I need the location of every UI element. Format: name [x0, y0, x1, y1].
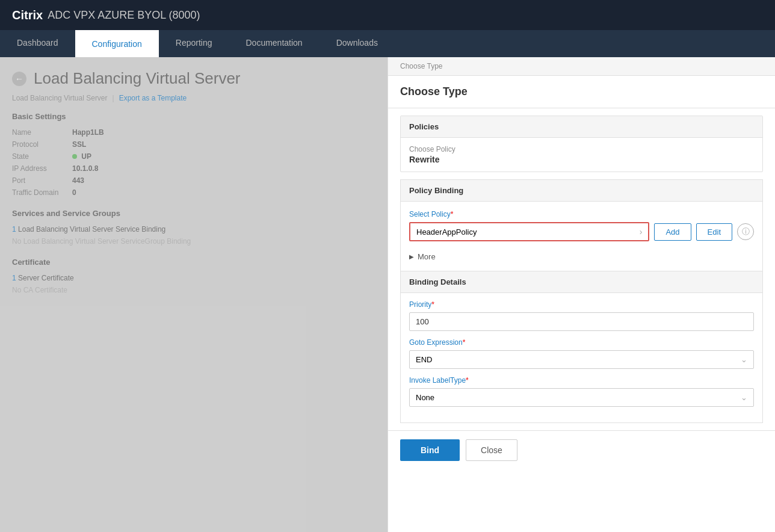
left-panel: ← Load Balancing Virtual Server Load Bal… — [0, 57, 388, 532]
policy-binding-section: Policy Binding Select Policy* HeaderAppP… — [400, 179, 763, 423]
add-button[interactable]: Add — [654, 223, 691, 241]
field-label-ip: IP Address — [12, 164, 72, 173]
invoke-label: Invoke LabelType* — [409, 376, 754, 385]
chevron-right-icon: › — [640, 227, 643, 237]
back-arrow-icon: ← — [12, 72, 26, 86]
goto-select[interactable]: END ⌄ — [409, 350, 754, 369]
basic-settings-section: Basic Settings Name Happ1LB Protocol SSL… — [12, 112, 375, 197]
chevron-down-icon-2: ⌄ — [741, 393, 747, 402]
policy-binding-body: Select Policy* HeaderAppPolicy › Add Edi… — [400, 201, 763, 423]
cert-label-1: Server Certificate — [18, 274, 74, 282]
export-template-link[interactable]: Export as a Template — [119, 94, 187, 102]
select-policy-row: HeaderAppPolicy › Add Edit ⓘ — [409, 222, 754, 241]
priority-input[interactable] — [409, 312, 754, 331]
panel-header: Choose Type — [388, 76, 775, 108]
state-value: UP — [81, 152, 91, 161]
breadcrumb: Load Balancing Virtual Server | Export a… — [12, 94, 375, 102]
triangle-icon: ▶ — [409, 253, 414, 260]
action-bar: Bind Close — [388, 430, 775, 469]
goto-label-text: Goto Expression — [409, 338, 463, 347]
invoke-select[interactable]: None ⌄ — [409, 388, 754, 407]
goto-value: END — [416, 355, 432, 364]
basic-settings-title: Basic Settings — [12, 112, 375, 121]
field-value-state: UP — [72, 152, 91, 161]
cert-title: Certificate — [12, 258, 375, 267]
chevron-down-icon: ⌄ — [741, 355, 747, 364]
priority-label-text: Priority — [409, 300, 431, 309]
server-cert-link[interactable]: 1 Server Certificate — [12, 274, 375, 282]
goto-required: * — [463, 338, 466, 347]
policy-binding-header: Policy Binding — [400, 179, 763, 201]
select-policy-input[interactable]: HeaderAppPolicy › — [409, 222, 649, 241]
field-name: Name Happ1LB — [12, 128, 375, 137]
panel-breadcrumb: Choose Type — [388, 57, 775, 76]
select-policy-required: * — [451, 210, 454, 218]
more-label: More — [418, 252, 436, 261]
field-traffic-domain: Traffic Domain 0 — [12, 188, 375, 197]
top-header: Citrix ADC VPX AZURE BYOL (8000) — [0, 0, 775, 30]
priority-required: * — [431, 300, 434, 309]
ca-cert-count: No — [12, 286, 21, 294]
ca-cert-link[interactable]: No CA Certificate — [12, 286, 375, 294]
select-policy-value: HeaderAppPolicy — [416, 227, 477, 237]
field-label-name: Name — [12, 128, 72, 137]
breadcrumb-parent: Load Balancing Virtual Server — [12, 94, 108, 102]
policies-section-body: Choose Policy Rewrite — [401, 138, 762, 172]
nav-bar: Dashboard Configuration Reporting Docume… — [0, 30, 775, 57]
nav-item-reporting[interactable]: Reporting — [159, 30, 229, 57]
services-section: Services and Service Groups 1 Load Balan… — [12, 209, 375, 246]
field-label-state: State — [12, 152, 72, 161]
bind-button[interactable]: Bind — [400, 439, 460, 461]
right-panel: Choose Type Choose Type Policies Choose … — [388, 57, 775, 532]
cert-section: Certificate 1 Server Certificate No CA C… — [12, 258, 375, 294]
invoke-required: * — [466, 376, 469, 385]
field-value-port: 443 — [72, 176, 84, 185]
field-value-ip: 10.1.0.8 — [72, 164, 98, 173]
panel-title: Choose Type — [400, 85, 763, 98]
field-label-protocol: Protocol — [12, 140, 72, 149]
field-ip: IP Address 10.1.0.8 — [12, 164, 375, 173]
field-port: Port 443 — [12, 176, 375, 185]
priority-label: Priority* — [409, 300, 754, 309]
more-toggle[interactable]: ▶ More — [409, 249, 754, 265]
field-label-port: Port — [12, 176, 72, 185]
invoke-value: None — [416, 393, 434, 402]
field-protocol: Protocol SSL — [12, 140, 375, 149]
service-label-1: Load Balancing Virtual Server Service Bi… — [18, 225, 165, 234]
back-button[interactable]: ← Load Balancing Virtual Server — [12, 69, 375, 88]
binding-details-header: Binding Details — [401, 271, 762, 293]
brand-citrix: Citrix — [12, 8, 43, 22]
choose-policy-value: Rewrite — [409, 155, 754, 164]
cert-count-1: 1 — [12, 274, 16, 282]
field-value-name: Happ1LB — [72, 128, 104, 137]
info-icon[interactable]: ⓘ — [737, 223, 754, 240]
main-layout: ← Load Balancing Virtual Server Load Bal… — [0, 57, 775, 532]
choose-policy-label: Choose Policy — [409, 145, 754, 153]
more-section: ▶ More — [409, 249, 754, 265]
servicegroup-count: No — [12, 237, 21, 246]
close-button[interactable]: Close — [466, 439, 517, 461]
service-count-1: 1 — [12, 225, 16, 234]
services-title: Services and Service Groups — [12, 209, 375, 218]
nav-item-configuration[interactable]: Configuration — [75, 30, 159, 57]
policies-section: Policies Choose Policy Rewrite — [400, 116, 763, 172]
servicegroup-label: Load Balancing Virtual Server ServiceGro… — [23, 237, 191, 246]
select-policy-label-text: Select Policy — [409, 210, 451, 218]
status-dot-icon — [72, 154, 77, 159]
breadcrumb-sep: | — [113, 94, 114, 102]
service-binding-link[interactable]: 1 Load Balancing Virtual Server Service … — [12, 225, 375, 234]
field-value-traffic-domain: 0 — [72, 188, 76, 197]
servicegroup-binding-link[interactable]: No Load Balancing Virtual Server Service… — [12, 237, 375, 246]
ca-cert-label: CA Certificate — [23, 286, 67, 294]
nav-item-dashboard[interactable]: Dashboard — [0, 30, 75, 57]
invoke-label-text: Invoke LabelType — [409, 376, 466, 385]
field-state: State UP — [12, 152, 375, 161]
brand-rest: ADC VPX AZURE BYOL (8000) — [48, 9, 200, 22]
policies-section-header: Policies — [401, 116, 762, 138]
nav-item-documentation[interactable]: Documentation — [229, 30, 319, 57]
field-label-traffic-domain: Traffic Domain — [12, 188, 72, 197]
nav-item-downloads[interactable]: Downloads — [320, 30, 395, 57]
edit-button[interactable]: Edit — [696, 223, 732, 241]
field-value-protocol: SSL — [72, 140, 86, 149]
select-policy-label: Select Policy* — [409, 210, 754, 218]
